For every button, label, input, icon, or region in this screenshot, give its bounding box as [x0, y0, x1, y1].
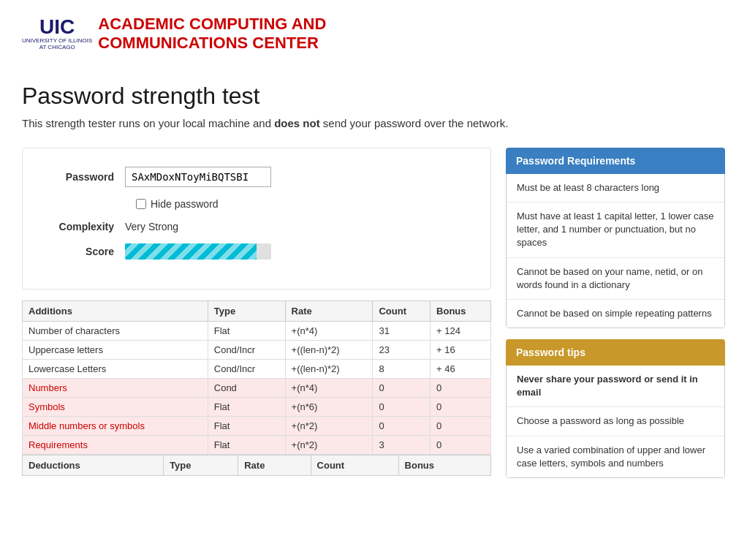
accc-title: ACADEMIC COMPUTING AND COMMUNICATIONS CE…	[98, 15, 326, 53]
tip-item: Never share your password or send it in …	[507, 366, 724, 407]
table-row: Number of charactersFlat+(n*4)31+ 124	[23, 321, 491, 340]
col-deductions-rate: Rate	[238, 455, 311, 475]
col-deductions: Deductions	[23, 455, 164, 475]
logo-block: UIC UNIVERSITY OF ILLINOIS AT CHICAGO AC…	[22, 15, 326, 53]
requirement-item: Must have at least 1 capital letter, 1 l…	[507, 203, 724, 258]
page-header: UIC UNIVERSITY OF ILLINOIS AT CHICAGO AC…	[22, 15, 725, 61]
left-panel: Password Hide password Complexity Very S…	[22, 148, 491, 489]
password-input[interactable]	[125, 167, 271, 187]
table-row: NumbersCond+(n*4)00	[23, 378, 491, 397]
hide-password-row: Hide password	[136, 198, 476, 210]
tip-item: Choose a password as long as possible	[507, 407, 724, 436]
requirements-header: Password Requirements	[506, 148, 725, 174]
requirement-item: Must be at least 8 characters long	[507, 174, 724, 203]
col-deductions-bonus: Bonus	[398, 455, 490, 475]
score-bar-container	[125, 243, 271, 260]
requirements-body: Must be at least 8 characters longMust h…	[506, 174, 725, 328]
score-bar	[125, 243, 257, 260]
complexity-row: Complexity Very Strong	[37, 221, 476, 232]
table-row: SymbolsFlat+(n*6)00	[23, 397, 491, 416]
table-row: Lowercase LettersCond/Incr+((len-n)*2)8+…	[23, 359, 491, 378]
table-row: Middle numbers or symbolsFlat+(n*2)00	[23, 416, 491, 435]
deductions-table: Deductions Type Rate Count Bonus	[22, 455, 491, 476]
uic-sub2: AT CHICAGO	[39, 44, 75, 51]
complexity-value: Very Strong	[125, 221, 178, 232]
main-content: Password Hide password Complexity Very S…	[22, 148, 725, 489]
additions-header-row: Additions Type Rate Count Bonus	[23, 300, 491, 321]
col-bonus: Bonus	[431, 300, 491, 321]
form-area: Password Hide password Complexity Very S…	[22, 148, 491, 290]
score-label: Score	[37, 246, 125, 257]
complexity-label: Complexity	[37, 221, 125, 232]
additions-table: Additions Type Rate Count Bonus Number o…	[22, 300, 491, 455]
uic-text: UIC	[39, 17, 75, 37]
requirement-item: Cannot be based on your name, netid, or …	[507, 258, 724, 300]
col-count: Count	[373, 300, 431, 321]
tips-box: Password tips Never share your password …	[506, 339, 725, 478]
hide-password-checkbox[interactable]	[136, 199, 146, 209]
col-deductions-type: Type	[164, 455, 238, 475]
hide-password-label: Hide password	[151, 198, 219, 210]
uic-sub1: UNIVERSITY OF ILLINOIS	[22, 37, 92, 45]
deductions-header-row: Deductions Type Rate Count Bonus	[23, 455, 491, 475]
password-row: Password	[37, 167, 476, 187]
col-rate: Rate	[285, 300, 373, 321]
col-deductions-count: Count	[311, 455, 398, 475]
page-title: Password strength test	[22, 83, 725, 110]
requirement-item: Cannot be based on simple repeating patt…	[507, 300, 724, 328]
col-additions: Additions	[23, 300, 208, 321]
uic-logo: UIC UNIVERSITY OF ILLINOIS AT CHICAGO	[22, 17, 92, 51]
tip-item: Use a varied combination of upper and lo…	[507, 436, 724, 477]
col-type: Type	[208, 300, 285, 321]
password-label: Password	[37, 171, 125, 183]
page-subtitle: This strength tester runs on your local …	[22, 117, 725, 129]
requirements-box: Password Requirements Must be at least 8…	[506, 148, 725, 328]
table-row: RequirementsFlat+(n*2)30	[23, 435, 491, 454]
tips-body: Never share your password or send it in …	[506, 366, 725, 478]
score-row: Score	[37, 243, 476, 260]
table-row: Uppercase lettersCond/Incr+((len-n)*2)23…	[23, 340, 491, 359]
tips-header: Password tips	[506, 339, 725, 366]
right-panel: Password Requirements Must be at least 8…	[506, 148, 725, 489]
